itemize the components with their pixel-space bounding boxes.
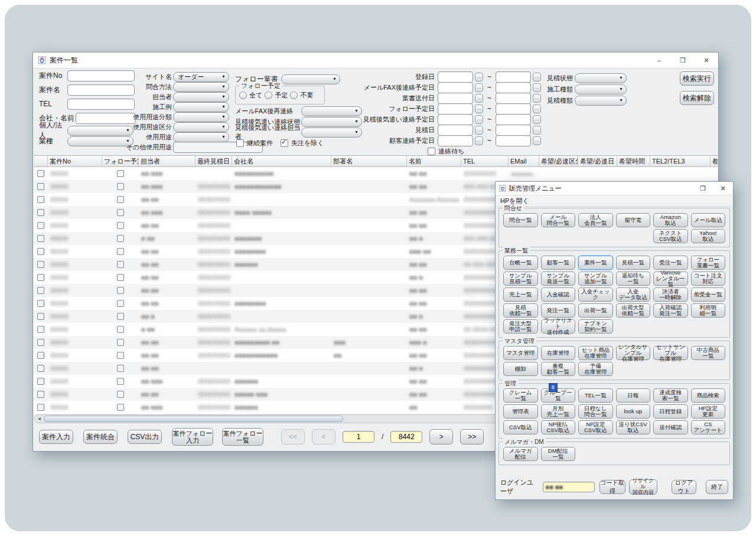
date-to-input[interactable] — [496, 125, 531, 136]
follow-checkbox[interactable] — [117, 274, 124, 281]
combo-使用用途分類[interactable] — [173, 112, 229, 122]
menu-button-発注一覧[interactable]: 発注一覧 — [541, 303, 576, 318]
calendar-picker-button[interactable]: … — [475, 115, 483, 124]
date-to-input[interactable] — [496, 93, 531, 104]
logout-button[interactable]: ログアウト — [672, 480, 697, 494]
menu-button-出荷大型依頼一覧[interactable]: 出荷大型 依頼一覧 — [616, 303, 651, 318]
menu-button-利用明細一覧[interactable]: 利用明 細一覧 — [691, 303, 726, 318]
combo-担当者[interactable] — [173, 92, 229, 102]
row-select-checkbox[interactable] — [37, 365, 44, 372]
column-header-案件No[interactable]: 案件No — [48, 156, 102, 166]
menu-button-出荷一覧[interactable]: 出荷一覧 — [578, 303, 613, 318]
calendar-picker-button[interactable]: … — [475, 73, 483, 81]
row-select-checkbox[interactable] — [37, 196, 44, 203]
footer-button-2[interactable]: 案件統合 — [83, 430, 118, 444]
calendar-picker-button[interactable]: … — [533, 126, 541, 135]
menu-button-決済者一時解除[interactable]: 決済者 一時解除 — [653, 287, 688, 302]
row-select-checkbox[interactable] — [37, 209, 44, 216]
follow-checkbox[interactable] — [117, 326, 124, 333]
menu-button-マスタ管理[interactable]: マスタ管理 — [503, 346, 538, 360]
follow-checkbox[interactable] — [117, 235, 124, 242]
calendar-picker-button[interactable]: … — [475, 136, 483, 145]
menu-button-サンプル発送一覧[interactable]: サンプル 発送一覧 — [541, 272, 576, 286]
menu-button-HP設定更新[interactable]: HP設定 更新 — [691, 404, 726, 419]
calendar-picker-button[interactable]: … — [475, 126, 483, 135]
menu-button-見積依頼一覧[interactable]: 見積 依頼一覧 — [503, 303, 538, 318]
care-tanto-combo[interactable] — [301, 128, 362, 138]
row-select-checkbox[interactable] — [37, 222, 44, 229]
row-select-checkbox[interactable] — [37, 391, 44, 398]
follow-hagaki-combo[interactable] — [281, 74, 340, 84]
combo-使用用途[interactable] — [173, 132, 229, 142]
combo-施工例[interactable] — [173, 102, 229, 112]
column-header-希望/必達日[interactable]: 希望/必達日 — [578, 156, 617, 166]
column-header-フォロー予定[interactable]: フォロー予定 — [102, 156, 139, 166]
column-header-EMail[interactable]: EMail — [509, 156, 539, 166]
menu-button-TEL一覧[interactable]: TEL一覧 — [578, 388, 613, 403]
code-get-button[interactable]: コード取得 — [599, 480, 625, 494]
date-from-input[interactable] — [438, 114, 473, 125]
search-clear-button[interactable]: 検索解除 — [680, 91, 714, 105]
menu-button-在庫管理[interactable]: 在庫管理 — [541, 346, 576, 360]
row-select-checkbox[interactable] — [37, 313, 44, 320]
scroll-left-icon[interactable]: ◄ — [35, 415, 43, 423]
column-header-担当者[interactable]: 担当者 — [139, 156, 195, 166]
row-select-checkbox[interactable] — [37, 404, 44, 411]
menu-button-Vamoseレンタル一覧[interactable]: Vamose レンタル一覧 — [653, 272, 688, 286]
page-number-field[interactable]: 1 — [343, 431, 374, 443]
column-header-都道府県[interactable]: 都道府県 — [711, 156, 718, 166]
menu-button-発注大型申請一覧[interactable]: 発注大型 申請一覧 — [503, 319, 538, 334]
column-header-希望時間[interactable]: 希望時間 — [617, 156, 650, 166]
menu-button-法人会員一覧[interactable]: 法人 会員一覧 — [578, 213, 613, 227]
row-select-checkbox[interactable] — [37, 339, 44, 346]
follow-checkbox[interactable] — [117, 378, 124, 385]
calendar-picker-button[interactable]: … — [475, 104, 483, 113]
calendar-picker-button[interactable]: … — [533, 94, 541, 103]
date-from-input[interactable] — [438, 135, 473, 146]
follow-checkbox[interactable] — [117, 196, 124, 203]
menu-button-メール問合一覧[interactable]: メール 問合一覧 — [541, 213, 576, 227]
calendar-picker-button[interactable]: … — [533, 83, 541, 92]
menu-button-CSアンケート[interactable]: CS アンケート — [691, 420, 726, 434]
column-header-最終見積日[interactable]: 最終見積日 — [195, 156, 232, 166]
combo-見積状態[interactable] — [575, 73, 627, 83]
menu-button-予備在庫管理[interactable]: 予備 在庫管理 — [578, 362, 613, 376]
menu-button-ラックリスト送付作成[interactable]: ラックリスト 送付作成 — [541, 319, 576, 334]
date-to-input[interactable] — [496, 114, 531, 125]
menu-button-日程なし問合一覧[interactable]: 日程なし 問合一覧 — [578, 404, 613, 419]
menu-button-コート注文対応[interactable]: コート注文 対応 — [691, 272, 726, 286]
menu-button-入金チェック[interactable]: 入金チェック — [578, 287, 613, 302]
radio-予定[interactable] — [265, 91, 272, 99]
menu-button-達成度検索一覧[interactable]: 達成度検 索一覧 — [653, 388, 688, 403]
column-header-TEL2/TEL3[interactable]: TEL2/TEL3 — [650, 156, 711, 166]
row-select-checkbox[interactable] — [37, 300, 44, 307]
menu-button-日程登録[interactable]: 日程登録 — [653, 404, 688, 419]
date-to-input[interactable] — [496, 135, 531, 146]
follow-checkbox[interactable] — [117, 183, 124, 190]
menu-button-look up[interactable]: look up — [616, 404, 651, 419]
maximize-button[interactable]: ❐ — [671, 53, 695, 68]
radio-全て[interactable] — [239, 91, 247, 99]
menu-button-前受金一覧[interactable]: 前受金一覧 — [691, 287, 726, 302]
column-header-名前[interactable]: 名前 — [407, 156, 461, 166]
combo-使用用途区分[interactable] — [173, 122, 229, 132]
menu-button-メール取込[interactable]: メール取込 — [691, 213, 726, 227]
menu-button-案件一覧[interactable]: 案件一覧 — [578, 256, 613, 270]
row-select-checkbox[interactable] — [37, 170, 44, 177]
row-select-checkbox[interactable] — [37, 274, 44, 281]
minimize-button[interactable]: – — [647, 53, 671, 68]
calendar-picker-button[interactable]: … — [475, 94, 483, 103]
footer-button-1[interactable]: 案件入力 — [39, 430, 73, 444]
menu-button-グループ一覧[interactable]: グループ一覧8 — [541, 388, 576, 403]
menu-button-入荷確認発注一覧[interactable]: 入荷確認 発注一覧 — [653, 303, 688, 318]
close-button[interactable]: ✕ — [695, 53, 718, 68]
menu-button-メルマガ配信[interactable]: メルマガ 配信 — [503, 447, 538, 461]
row-select-checkbox[interactable] — [37, 235, 44, 242]
column-header-会社名[interactable]: 会社名 — [232, 156, 331, 166]
combo-見積種類[interactable] — [575, 96, 627, 106]
case-list-titlebar[interactable]: 案件一覧 – ❐ ✕ — [33, 53, 718, 68]
date-from-input[interactable] — [438, 82, 473, 93]
menu-button-見積一覧[interactable]: 見積一覧 — [616, 256, 651, 270]
mailfax-combo[interactable] — [301, 106, 362, 116]
menu-button-入金確認[interactable]: 入金確認 — [541, 287, 576, 302]
